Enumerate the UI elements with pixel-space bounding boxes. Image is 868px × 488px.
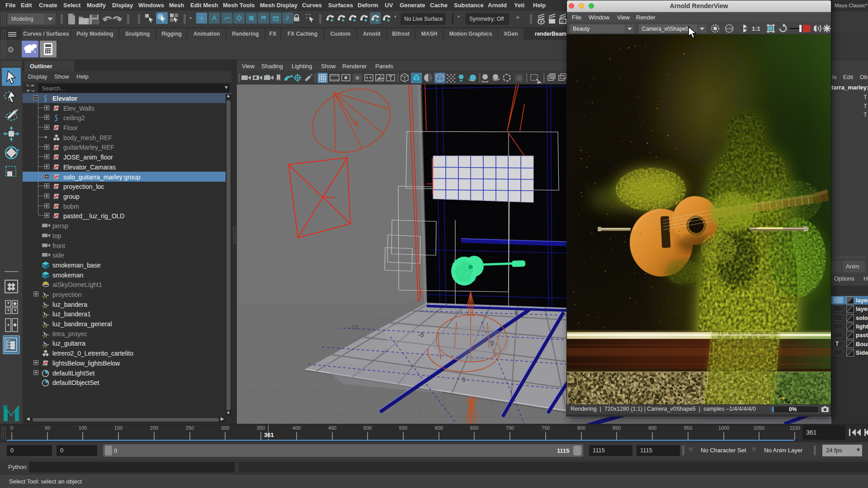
svg-text:-5: -5	[418, 331, 424, 338]
svg-text:5: 5	[514, 310, 518, 317]
svg-text:5: 5	[462, 376, 466, 383]
svg-text:0: 0	[491, 339, 494, 347]
svg-text:1:1: 1:1	[752, 25, 760, 32]
svg-text:-10: -10	[349, 324, 358, 331]
svg-text:IP: IP	[561, 20, 564, 24]
svg-text:RGB: RGB	[726, 27, 733, 30]
